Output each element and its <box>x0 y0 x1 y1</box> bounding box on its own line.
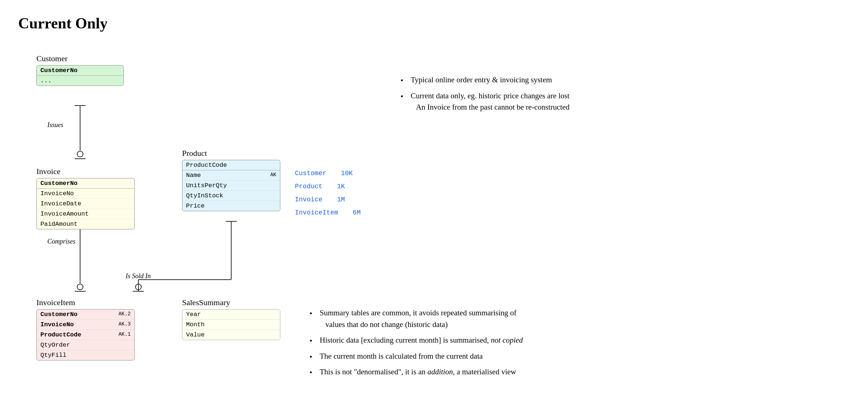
svg-point-12 <box>135 284 141 290</box>
page-title: Current Only <box>18 15 850 32</box>
issues-label: Issues <box>47 121 63 129</box>
stat-name-invoice: Invoice <box>295 193 323 206</box>
invoice-field-5: PaidAmount <box>37 219 134 229</box>
bottom-bullets-area: Summary tables are common, it avoids rep… <box>309 305 523 380</box>
top-bullets-area: Typical online order entry & invoicing s… <box>401 72 569 115</box>
ii-field-2: InvoiceNoAK.3 <box>37 320 134 330</box>
invoice-field-2: InvoiceNo <box>37 189 134 199</box>
stat-value-product: 1K <box>337 180 345 193</box>
bottom-bullet-1: Summary tables are common, it avoids rep… <box>309 305 523 332</box>
bottom-bullet-2: Historic data [excluding current month] … <box>309 332 523 348</box>
bottom-bullet-3: The current month is calculated from the… <box>309 348 523 364</box>
is-sold-in-label: Is Sold In <box>126 272 151 280</box>
invoice-entity-label: Invoice <box>36 167 135 176</box>
ii-field-4: QtyOrder <box>37 340 134 350</box>
invoice-field-1: CustomerNo <box>37 178 134 189</box>
product-field-2: NameAK <box>182 170 280 181</box>
invoice-field-3: InvoiceDate <box>37 199 134 209</box>
stat-value-invoice: 1M <box>337 193 345 206</box>
invoice-field-4: InvoiceAmount <box>37 209 134 219</box>
svg-point-6 <box>77 284 83 290</box>
stat-value-customer: 10K <box>341 167 352 180</box>
ss-field-1: Year <box>182 309 280 320</box>
product-field-3: UnitsPerQty <box>182 181 280 191</box>
invoice-item-entity-label: InvoiceItem <box>36 298 135 307</box>
product-field-4: QtyInStock <box>182 191 280 201</box>
bottom-bullet-4: This is not "denormalised", it is an add… <box>309 364 523 380</box>
stat-name-product: Product <box>295 180 323 193</box>
ii-field-3: ProductCodeAK.1 <box>37 330 134 340</box>
customer-field-1: CustomerNo <box>37 66 123 76</box>
product-field-1: ProductCode <box>182 160 280 170</box>
comprises-label: Comprises <box>47 238 75 245</box>
top-bullet-2: Current data only, eg. historic price ch… <box>401 88 569 115</box>
stat-row-invoice: Invoice 1M <box>295 193 360 206</box>
stat-row-invoiceitem: InvoiceItem 6M <box>295 206 360 219</box>
sales-summary-entity: Year Month Value <box>182 309 280 340</box>
ii-field-5: QtyFill <box>37 350 134 360</box>
customer-field-2: ... <box>37 76 123 86</box>
stats-block: Customer 10K Product 1K Invoice 1M Invoi… <box>295 167 360 219</box>
top-bullet-1: Typical online order entry & invoicing s… <box>401 72 569 88</box>
invoice-item-entity: CustomerNoAK.2 InvoiceNoAK.3 ProductCode… <box>36 309 135 360</box>
ss-field-3: Value <box>182 330 280 340</box>
customer-entity-label: Customer <box>36 54 124 63</box>
product-entity-label: Product <box>182 149 280 158</box>
ss-field-2: Month <box>182 320 280 330</box>
sales-summary-entity-label: SalesSummary <box>182 298 280 307</box>
product-field-5: Price <box>182 201 280 211</box>
invoice-entity: CustomerNo InvoiceNo InvoiceDate Invoice… <box>36 178 135 229</box>
ii-field-1: CustomerNoAK.2 <box>37 309 134 320</box>
customer-entity: CustomerNo ... <box>36 65 124 86</box>
product-entity: ProductCode NameAK UnitsPerQty QtyInStoc… <box>182 160 280 211</box>
stat-name-invoiceitem: InvoiceItem <box>295 206 338 219</box>
stat-value-invoiceitem: 6M <box>353 206 361 219</box>
stat-row-product: Product 1K <box>295 180 360 193</box>
stat-name-customer: Customer <box>295 167 326 180</box>
stat-row-customer: Customer 10K <box>295 167 360 180</box>
svg-point-2 <box>77 151 83 157</box>
